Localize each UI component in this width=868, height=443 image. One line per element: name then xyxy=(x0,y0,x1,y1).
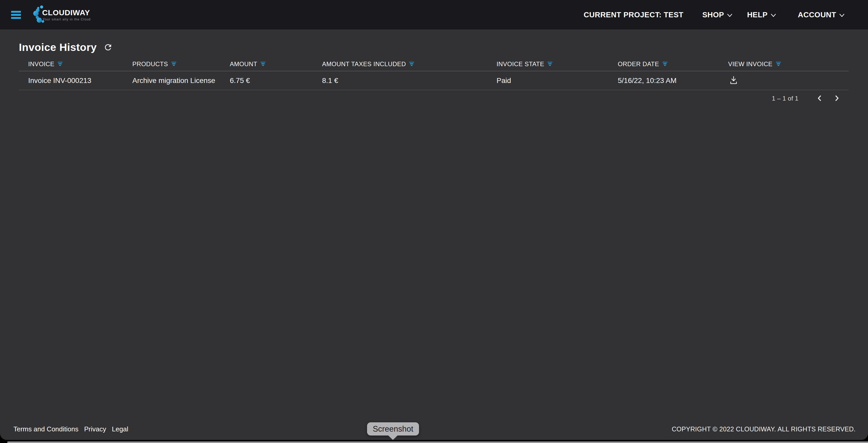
shop-menu[interactable]: SHOP xyxy=(702,10,733,19)
filter-icon xyxy=(776,61,781,68)
column-header-invoice-state[interactable]: INVOICE STATE xyxy=(497,61,618,68)
table-header-row: INVOICE PRODUCTS AMOUNT AMOUNT TAXES INC… xyxy=(19,57,848,71)
logo-tagline: Your smart ally in the Cloud xyxy=(43,18,91,21)
filter-icon xyxy=(58,61,63,68)
cell-amount-taxes-included: 8.1 € xyxy=(322,76,497,85)
table-paginator: 1 – 1 of 1 xyxy=(19,90,848,107)
cell-amount: 6.75 € xyxy=(230,76,322,85)
page-footer: Terms and Conditions Privacy Legal COPYR… xyxy=(0,424,868,434)
terms-and-conditions-link[interactable]: Terms and Conditions xyxy=(13,425,78,433)
refresh-button[interactable] xyxy=(103,43,113,53)
chevron-down-icon xyxy=(839,10,845,19)
screenshot-tooltip-label: Screenshot xyxy=(373,424,413,434)
refresh-icon xyxy=(103,43,113,53)
filter-icon xyxy=(260,61,266,68)
chevron-down-icon xyxy=(727,10,733,19)
table-row: Invoice INV-000213 Archive migration Lic… xyxy=(19,71,848,90)
page-title: Invoice History xyxy=(19,41,97,54)
filter-icon xyxy=(172,61,177,68)
help-menu[interactable]: HELP xyxy=(747,10,776,19)
filter-icon xyxy=(662,61,668,68)
main-content: Invoice History INVOICE PRODUCTS xyxy=(0,41,868,107)
account-menu[interactable]: ACCOUNT xyxy=(798,10,845,19)
menu-icon[interactable] xyxy=(11,11,21,19)
cell-products: Archive migration License xyxy=(132,76,230,85)
column-header-invoice[interactable]: INVOICE xyxy=(28,61,132,68)
filter-icon xyxy=(548,61,553,68)
chevron-left-icon xyxy=(816,94,824,103)
logo-brand-text: CLOUDIWAY xyxy=(42,8,91,17)
download-icon xyxy=(729,75,739,86)
copyright-text: COPYRIGHT © 2022 CLOUDIWAY. ALL RIGHTS R… xyxy=(672,425,856,433)
current-project-label: CURRENT PROJECT: TEST xyxy=(584,10,683,19)
pagination-range-label: 1 – 1 of 1 xyxy=(772,95,799,102)
dock-edge-strip xyxy=(7,441,868,443)
next-page-button[interactable] xyxy=(831,92,843,105)
cell-invoice-state: Paid xyxy=(497,76,618,85)
cell-order-date: 5/16/22, 10:23 AM xyxy=(618,76,728,85)
column-header-products[interactable]: PRODUCTS xyxy=(132,61,230,68)
filter-icon xyxy=(409,61,414,68)
previous-page-button[interactable] xyxy=(813,92,826,105)
top-navigation-bar: CLOUDIWAY Your smart ally in the Cloud C… xyxy=(0,0,868,29)
topbar-menu: CURRENT PROJECT: TEST SHOP HELP ACCOUNT xyxy=(584,10,868,19)
column-header-amount-taxes-included[interactable]: AMOUNT TAXES INCLUDED xyxy=(322,61,497,68)
column-header-order-date[interactable]: ORDER DATE xyxy=(618,61,728,68)
cloudiway-logo[interactable]: CLOUDIWAY Your smart ally in the Cloud xyxy=(33,5,91,25)
app-window: CLOUDIWAY Your smart ally in the Cloud C… xyxy=(0,0,868,440)
screenshot-tooltip-tail xyxy=(388,435,398,440)
download-invoice-button[interactable] xyxy=(729,75,739,86)
invoice-history-table: INVOICE PRODUCTS AMOUNT AMOUNT TAXES INC… xyxy=(19,57,848,107)
cell-invoice: Invoice INV-000213 xyxy=(28,76,132,85)
chevron-down-icon xyxy=(771,10,776,19)
screenshot-tooltip: Screenshot xyxy=(367,422,419,436)
column-header-amount[interactable]: AMOUNT xyxy=(230,61,322,68)
chevron-right-icon xyxy=(833,94,841,103)
legal-link[interactable]: Legal xyxy=(112,425,128,433)
column-header-view-invoice[interactable]: VIEW INVOICE xyxy=(728,61,848,68)
privacy-link[interactable]: Privacy xyxy=(84,425,106,433)
